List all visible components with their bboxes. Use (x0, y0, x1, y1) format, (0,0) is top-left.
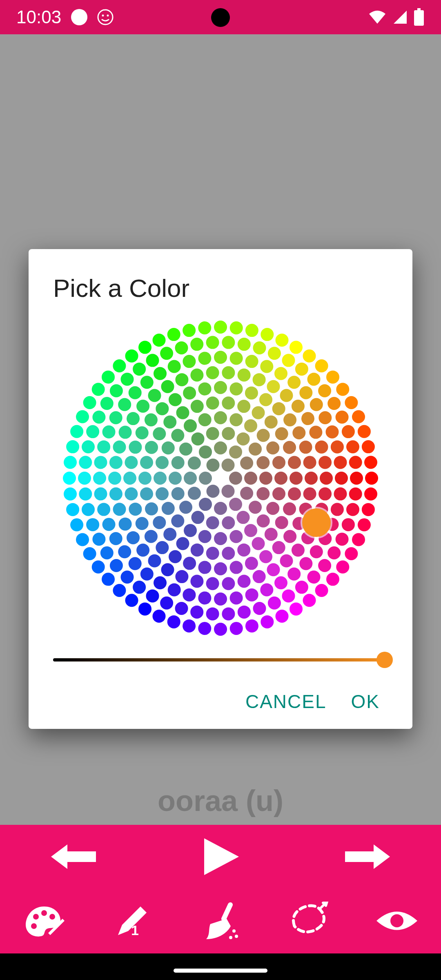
svg-point-201 (140, 568, 154, 581)
svg-point-126 (129, 441, 142, 454)
svg-point-305 (153, 610, 166, 623)
svg-point-99 (222, 396, 235, 410)
svg-point-237 (327, 546, 341, 559)
svg-point-38 (222, 516, 235, 529)
svg-point-35 (256, 487, 270, 500)
svg-point-221 (230, 352, 243, 365)
svg-point-111 (272, 541, 285, 554)
svg-point-275 (253, 341, 266, 354)
svg-point-231 (334, 456, 347, 469)
svg-point-321 (83, 396, 96, 409)
svg-point-157 (148, 555, 161, 568)
svg-point-256 (86, 518, 99, 531)
svg-point-95 (163, 416, 176, 429)
svg-point-76 (290, 472, 303, 485)
svg-point-100 (237, 400, 250, 413)
svg-point-225 (287, 376, 301, 389)
svg-point-86 (176, 537, 189, 550)
svg-point-283 (342, 425, 355, 438)
svg-point-121 (136, 517, 149, 530)
svg-point-66 (162, 441, 175, 454)
svg-point-299 (245, 619, 258, 633)
svg-point-208 (93, 472, 106, 485)
svg-point-341 (345, 396, 358, 409)
svg-point-94 (153, 427, 166, 440)
device-frame: 10:03 ooraa (u) (0, 0, 441, 980)
svg-point-263 (92, 411, 105, 424)
svg-point-88 (153, 516, 166, 529)
svg-point-74 (266, 441, 279, 454)
svg-point-291 (345, 547, 358, 560)
svg-point-183 (318, 456, 332, 469)
svg-point-322 (92, 383, 105, 396)
svg-point-83 (222, 547, 235, 560)
svg-point-326 (138, 341, 151, 354)
svg-point-206 (97, 503, 110, 516)
svg-point-288 (362, 503, 375, 516)
svg-point-101 (252, 406, 265, 419)
svg-point-184 (335, 472, 348, 485)
svg-point-245 (222, 607, 235, 620)
svg-point-334 (261, 328, 274, 341)
svg-point-143 (318, 488, 332, 501)
brightness-slider[interactable] (53, 654, 388, 666)
svg-point-197 (198, 592, 211, 605)
svg-point-60 (184, 524, 197, 537)
svg-point-331 (214, 321, 227, 334)
svg-point-212 (109, 411, 122, 424)
svg-point-302 (198, 622, 211, 635)
svg-point-194 (245, 588, 258, 601)
svg-point-87 (163, 528, 176, 541)
svg-point-215 (140, 376, 154, 389)
svg-point-176 (253, 373, 266, 386)
svg-point-276 (268, 347, 281, 360)
svg-point-113 (245, 557, 258, 570)
svg-point-327 (153, 334, 166, 347)
brightness-thumb[interactable] (376, 652, 393, 668)
cancel-button[interactable]: CANCEL (245, 690, 327, 713)
svg-point-333 (245, 324, 258, 337)
svg-point-329 (183, 324, 196, 337)
svg-point-110 (283, 530, 296, 543)
svg-point-165 (113, 441, 126, 454)
svg-point-207 (94, 488, 107, 501)
svg-point-281 (327, 397, 341, 410)
svg-point-223 (260, 360, 273, 373)
svg-point-155 (175, 570, 188, 583)
svg-point-202 (129, 557, 142, 570)
svg-point-28 (184, 472, 197, 485)
svg-point-79 (275, 516, 288, 529)
svg-point-96 (176, 406, 189, 419)
svg-point-335 (276, 334, 289, 347)
svg-point-297 (276, 610, 289, 623)
svg-point-312 (76, 533, 89, 546)
svg-point-226 (299, 386, 312, 399)
svg-point-307 (125, 594, 138, 607)
svg-point-261 (82, 440, 95, 453)
svg-point-267 (133, 363, 146, 376)
color-wheel[interactable] (61, 319, 380, 637)
ok-button[interactable]: OK (351, 690, 380, 713)
svg-point-61 (171, 514, 184, 528)
svg-point-285 (349, 456, 362, 469)
svg-point-232 (350, 472, 363, 485)
svg-point-260 (79, 456, 92, 469)
svg-point-102 (265, 416, 278, 429)
brightness-track (53, 658, 388, 662)
svg-point-325 (125, 350, 138, 363)
color-wheel-selector[interactable] (302, 508, 331, 537)
svg-point-77 (288, 488, 301, 501)
svg-point-104 (283, 441, 296, 454)
svg-point-328 (167, 328, 180, 341)
svg-point-41 (179, 501, 192, 514)
svg-point-19 (199, 472, 212, 485)
svg-point-90 (140, 488, 153, 501)
navigation-pill[interactable] (174, 969, 267, 973)
svg-point-140 (299, 441, 312, 454)
svg-point-238 (318, 559, 331, 572)
svg-point-170 (161, 380, 174, 393)
svg-point-84 (206, 547, 219, 560)
svg-point-175 (238, 369, 251, 382)
svg-point-160 (119, 517, 132, 530)
svg-point-129 (156, 402, 169, 415)
